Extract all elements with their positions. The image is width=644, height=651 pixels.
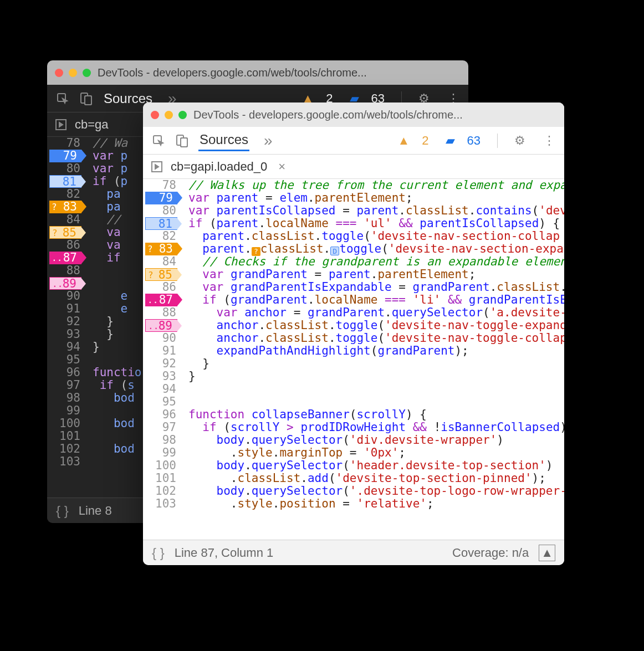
code-line[interactable]: function collapseBanner(scrollY) { [188,408,564,421]
line-number[interactable]: 91 [143,345,176,357]
code-line[interactable]: if (scrollY > prodIDRowHeight && !isBann… [188,421,564,434]
inspect-icon[interactable] [56,92,69,105]
line-number[interactable]: 78 [47,137,80,150]
line-number[interactable]: 103 [47,455,80,468]
pretty-print-icon[interactable]: { } [56,503,69,519]
more-tabs-icon[interactable]: » [264,132,273,150]
breakpoint-line-83[interactable]: ?83 [143,243,176,255]
line-number[interactable]: 101 [143,472,176,485]
device-icon[interactable] [175,134,188,147]
breakpoint-line-81[interactable]: 81 [143,217,176,230]
warning-count[interactable]: 2 [422,134,428,148]
maximize-icon[interactable] [83,69,91,77]
code-editor-light[interactable]: 7879808182?8384?8586..8788..899091929394… [143,179,564,540]
open-file-name[interactable]: cb=gapi.loaded_0 [171,160,267,174]
gutter[interactable]: 7879808182?8384?8586..8788..899091929394… [143,179,182,540]
code-line[interactable]: anchor.classList.toggle('devsite-nav-tog… [188,332,564,345]
maximize-icon[interactable] [178,111,187,119]
debugger-pane-icon[interactable] [151,161,163,173]
breakpoint-line-79[interactable]: 79 [143,192,176,204]
tab-sources[interactable]: Sources [198,130,249,151]
line-number[interactable]: 98 [143,434,176,447]
line-number[interactable]: 98 [47,392,80,404]
code-line[interactable]: body.querySelector('.devsite-top-logo-ro… [188,485,564,498]
line-number[interactable]: 96 [47,366,80,379]
code-line[interactable] [188,396,564,408]
line-number[interactable]: 101 [47,430,80,443]
code-line[interactable] [188,383,564,396]
titlebar[interactable]: DevTools - developers.google.com/web/too… [47,60,468,85]
code-line[interactable]: var parent = elem.parentElement; [188,192,564,204]
code-line[interactable]: var grandParentIsExpandable = grandParen… [188,281,564,294]
line-number[interactable]: 84 [47,213,80,226]
debugger-pane-icon[interactable] [55,119,67,131]
line-number[interactable]: 93 [47,328,80,341]
line-number[interactable]: 82 [143,230,176,243]
code-line[interactable]: // Checks if the grandparent is an expan… [188,255,564,268]
line-number[interactable]: 82 [47,188,80,201]
breakpoint-line-79[interactable]: 79 [47,150,80,162]
warning-icon[interactable]: ▲ [397,134,410,148]
line-number[interactable]: 102 [143,485,176,498]
line-number[interactable]: 92 [47,315,80,328]
settings-icon[interactable]: ⚙ [514,134,525,148]
line-number[interactable]: 92 [143,357,176,370]
code-line[interactable]: .classList.add('devsite-top-section-pinn… [188,472,564,485]
code-line[interactable]: var anchor = grandParent.querySelector('… [188,306,564,319]
breakpoint-line-89[interactable]: ..89 [143,319,176,332]
line-number[interactable]: 94 [47,341,80,353]
line-number[interactable]: 99 [47,404,80,417]
close-icon[interactable] [55,69,63,77]
code-line[interactable]: parent.classList.toggle('devsite-nav-sec… [188,230,564,243]
minimize-icon[interactable] [165,111,173,119]
message-count[interactable]: 63 [467,134,481,148]
line-number[interactable]: 99 [143,447,176,459]
line-number[interactable]: 80 [47,162,80,175]
breakpoint-line-81[interactable]: 81 [47,175,80,188]
line-number[interactable]: 80 [143,204,176,217]
line-number[interactable]: 86 [47,239,80,252]
code-line[interactable]: body.querySelector('header.devsite-top-s… [188,459,564,472]
line-number[interactable]: 90 [143,332,176,345]
inspect-icon[interactable] [152,134,165,147]
device-icon[interactable] [79,92,93,105]
minimize-icon[interactable] [69,69,77,77]
line-number[interactable]: 100 [143,459,176,472]
line-number[interactable]: 78 [143,179,176,192]
pretty-print-icon[interactable]: { } [152,545,165,561]
code-line[interactable]: var parentIsCollapsed = parent.classList… [188,204,564,217]
line-number[interactable]: 88 [47,264,80,277]
kebab-icon[interactable]: ⋮ [543,134,555,148]
source-code[interactable]: // Walks up the tree from the current el… [182,179,564,540]
line-number[interactable]: 97 [143,421,176,434]
code-line[interactable]: parent.?classList.Dtoggle('devsite-nav-s… [188,243,564,255]
code-line[interactable]: .style.position = 'relative'; [188,498,564,510]
breakpoint-line-83[interactable]: ?83 [47,201,80,213]
close-icon[interactable] [151,111,159,119]
code-line[interactable]: } [188,370,564,383]
code-line[interactable]: if (parent.localName === 'ul' && parentI… [188,217,564,230]
line-number[interactable]: 88 [143,306,176,319]
breakpoint-line-87[interactable]: ..87 [143,294,176,306]
line-number[interactable]: 95 [143,396,176,408]
line-number[interactable]: 84 [143,255,176,268]
code-line[interactable]: // Walks up the tree from the current el… [188,179,564,192]
line-number[interactable]: 97 [47,379,80,392]
code-line[interactable]: if (grandParent.localName === 'li' && gr… [188,294,564,306]
message-icon[interactable]: ▰ [446,134,455,148]
breakpoint-line-85[interactable]: ?85 [143,268,176,281]
breakpoint-line-85[interactable]: ?85 [47,226,80,239]
code-line[interactable]: .style.marginTop = '0px'; [188,447,564,459]
code-line[interactable]: expandPathAndHighlight(grandParent); [188,345,564,357]
line-number[interactable]: 90 [47,290,80,303]
line-number[interactable]: 100 [47,417,80,430]
titlebar[interactable]: DevTools - developers.google.com/web/too… [143,102,564,127]
gutter[interactable]: 7879808182?8384?8586..8788..899091929394… [47,137,86,498]
close-tab-icon[interactable]: × [278,160,285,174]
code-line[interactable]: body.querySelector('div.devsite-wrapper'… [188,434,564,447]
code-line[interactable]: var grandParent = parent.parentElement; [188,268,564,281]
line-number[interactable]: 95 [47,353,80,366]
line-number[interactable]: 102 [47,443,80,455]
line-number[interactable]: 94 [143,383,176,396]
code-line[interactable]: } [188,357,564,370]
